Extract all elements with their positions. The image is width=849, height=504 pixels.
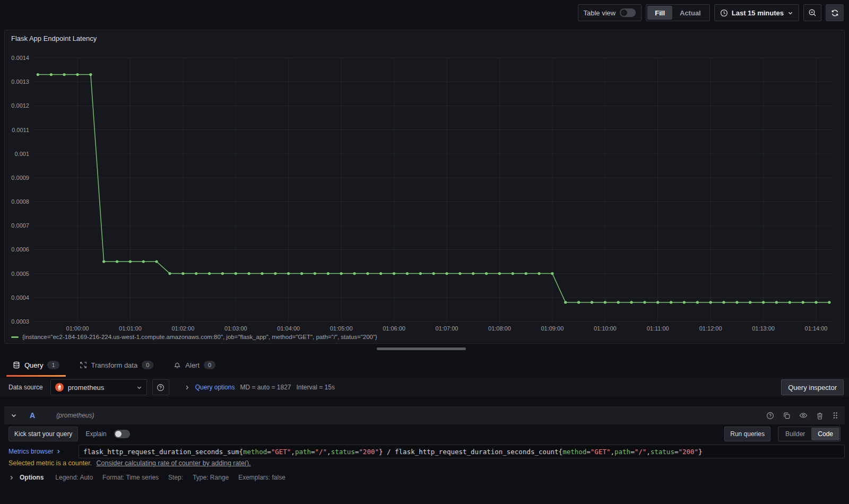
hide-query-icon[interactable] (799, 411, 808, 420)
svg-text:0.0012: 0.0012 (11, 102, 29, 109)
query-toolbar: Kick start your query Explain Run querie… (4, 427, 845, 441)
horizontal-scrollbar[interactable] (377, 347, 466, 350)
query-options-interval: Interval = 15s (297, 384, 335, 391)
chart-legend[interactable]: {instance="ec2-184-169-216-224.us-west-1… (11, 334, 377, 340)
tab-alert-badge: 0 (204, 361, 215, 369)
builder-code-switch: Builder Code (778, 427, 841, 441)
angle-right-icon (56, 449, 61, 454)
table-view-label: Table view (584, 9, 616, 17)
tab-alert-label: Alert (185, 361, 200, 369)
options-summary: Legend: AutoFormat: Time seriesStep:Type… (55, 474, 285, 481)
counter-warning: Selected metric is a counter. Consider c… (8, 459, 251, 467)
refresh-button[interactable] (826, 4, 844, 21)
svg-text:01:05:00: 01:05:00 (330, 325, 353, 332)
promql-query-input[interactable]: flask_http_request_duration_seconds_sum{… (79, 445, 845, 458)
run-queries-button[interactable]: Run queries (724, 427, 770, 441)
svg-text:0.001: 0.001 (14, 151, 29, 157)
datasource-help-button[interactable] (152, 379, 169, 395)
help-icon (157, 384, 164, 392)
datasource-select[interactable]: prometheus (50, 379, 147, 395)
time-range-label: Last 15 minutes (732, 9, 784, 17)
svg-text:01:02:00: 01:02:00 (171, 325, 194, 332)
svg-text:0.0011: 0.0011 (12, 127, 29, 133)
fill-button[interactable]: Fill (647, 6, 672, 20)
query-options-link[interactable]: Query options (195, 384, 235, 391)
duplicate-query-icon[interactable] (783, 412, 791, 420)
code-option[interactable]: Code (811, 428, 839, 440)
legend-series-swatch (11, 336, 19, 338)
angle-right-icon (8, 475, 14, 481)
database-icon (13, 361, 20, 369)
options-label: Options (20, 474, 44, 481)
svg-text:0.0014: 0.0014 (11, 55, 29, 61)
svg-text:0.0008: 0.0008 (11, 198, 29, 205)
kick-start-query-button[interactable]: Kick start your query (8, 427, 78, 441)
datasource-bar: Data source prometheus (0, 378, 849, 397)
svg-text:01:06:00: 01:06:00 (383, 325, 405, 332)
svg-text:0.0003: 0.0003 (11, 318, 29, 325)
chart-panel: 0.00140.00130.00120.00110.0010.00090.000… (4, 30, 845, 344)
latency-chart[interactable]: 0.00140.00130.00120.00110.0010.00090.000… (5, 30, 845, 344)
tab-transform-data[interactable]: Transform data 0 (73, 354, 160, 376)
tab-alert[interactable]: Alert 0 (167, 354, 222, 376)
table-view-toggle[interactable] (620, 8, 636, 17)
metrics-browser-link[interactable]: Metrics browser (4, 448, 79, 455)
svg-text:0.0007: 0.0007 (11, 222, 29, 229)
legend-series-label: {instance="ec2-184-169-216-224.us-west-1… (22, 334, 377, 340)
query-row-header[interactable]: A (prometheus) (4, 406, 845, 424)
svg-text:0.0005: 0.0005 (11, 271, 29, 277)
transform-icon (80, 361, 87, 369)
delete-query-icon[interactable] (816, 412, 824, 420)
top-toolbar: Table view Fill Actual Last 15 minutes (0, 0, 849, 25)
svg-text:01:00:00: 01:00:00 (66, 325, 89, 332)
svg-text:01:03:00: 01:03:00 (224, 325, 247, 332)
svg-text:01:07:00: 01:07:00 (436, 325, 458, 332)
query-help-icon[interactable] (766, 412, 774, 420)
angle-right-icon (184, 385, 190, 390)
datasource-label: Data source (8, 384, 43, 391)
query-row-actions (766, 411, 838, 420)
svg-text:01:14:00: 01:14:00 (805, 325, 828, 332)
warning-text: Selected metric is a counter. (8, 459, 92, 467)
svg-text:01:04:00: 01:04:00 (277, 325, 300, 332)
datasource-name: prometheus (68, 384, 132, 392)
svg-text:01:09:00: 01:09:00 (541, 325, 564, 332)
table-view-group: Table view (578, 4, 642, 21)
svg-text:01:12:00: 01:12:00 (699, 325, 722, 332)
svg-text:01:01:00: 01:01:00 (119, 325, 142, 332)
query-datasource-hint: (prometheus) (56, 412, 94, 419)
chevron-down-icon[interactable] (11, 412, 17, 419)
svg-text:01:13:00: 01:13:00 (752, 325, 775, 332)
explain-toggle[interactable] (114, 430, 130, 438)
query-editor-row: Metrics browser flask_http_request_durat… (4, 445, 845, 458)
explain-label: Explain (85, 430, 106, 438)
tab-transform-badge: 0 (142, 361, 153, 369)
time-range-picker[interactable]: Last 15 minutes (714, 4, 799, 21)
bell-icon (174, 361, 181, 369)
query-options-md: MD = auto = 1827 (240, 384, 291, 391)
svg-text:01:11:00: 01:11:00 (647, 325, 669, 332)
tab-query[interactable]: Query 1 (6, 354, 66, 376)
warning-rate-link[interactable]: Consider calculating rate of counter by … (97, 459, 251, 467)
tab-transform-label: Transform data (91, 361, 138, 369)
svg-text:0.0013: 0.0013 (11, 79, 29, 85)
options-row[interactable]: Options Legend: AutoFormat: Time seriesS… (8, 471, 285, 484)
svg-text:01:08:00: 01:08:00 (488, 325, 511, 332)
editor-tabs: Query 1 Transform data 0 Alert 0 (6, 354, 222, 376)
svg-text:0.0006: 0.0006 (11, 246, 29, 253)
fill-actual-group: Fill Actual (646, 4, 710, 21)
builder-option[interactable]: Builder (779, 428, 811, 440)
tab-query-badge: 1 (47, 361, 59, 369)
zoom-out-button[interactable] (803, 4, 821, 21)
refresh-icon (831, 9, 839, 17)
panel-title: Flask App Endpoint Latency (11, 34, 97, 42)
drag-handle-icon[interactable] (832, 411, 838, 420)
actual-button[interactable]: Actual (672, 6, 708, 20)
query-inspector-button[interactable]: Query inspector (781, 379, 844, 395)
metrics-browser-label: Metrics browser (8, 448, 54, 455)
query-options-group: Query options MD = auto = 1827 Interval … (184, 384, 335, 391)
zoom-out-icon (808, 8, 817, 17)
prometheus-logo (55, 383, 64, 392)
chevron-down-icon (787, 10, 793, 16)
query-ref-id: A (30, 411, 35, 420)
